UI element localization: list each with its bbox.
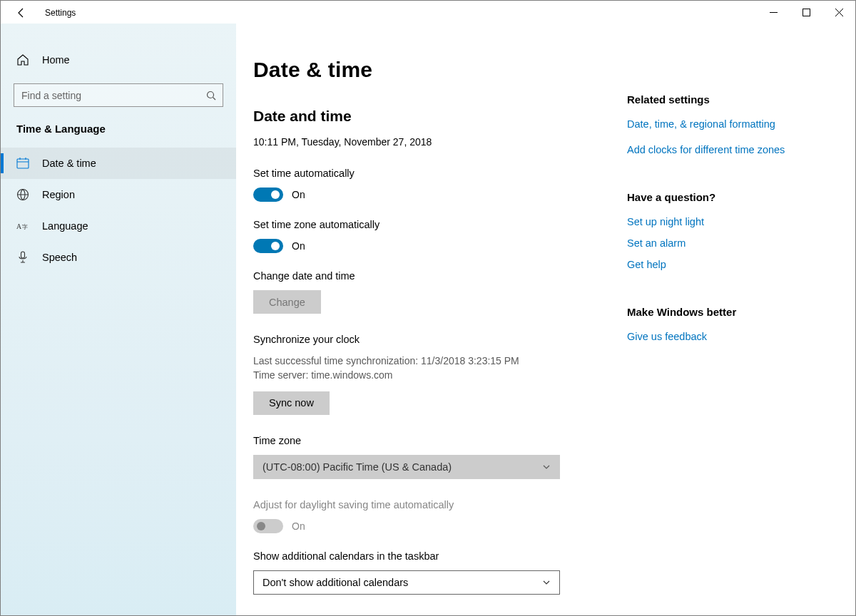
search-icon bbox=[206, 91, 216, 101]
minimize-icon bbox=[770, 9, 778, 16]
sync-last: Last successful time synchronization: 11… bbox=[253, 354, 616, 368]
category-title: Time & Language bbox=[1, 123, 236, 148]
toggle-knob bbox=[271, 190, 280, 199]
settings-window: Settings Home bbox=[0, 0, 856, 616]
main-panel: Date & time Date and time 10:11 PM, Tues… bbox=[236, 24, 855, 615]
sidebar-item-region[interactable]: Region bbox=[1, 179, 236, 210]
related-settings-title: Related settings bbox=[627, 93, 827, 106]
arrow-left-icon bbox=[16, 7, 27, 19]
set-time-auto-row: On bbox=[253, 188, 616, 202]
dst-value: On bbox=[292, 520, 305, 532]
home-button[interactable]: Home bbox=[1, 46, 236, 73]
sync-server: Time server: time.windows.com bbox=[253, 368, 616, 382]
page-title: Date & time bbox=[253, 58, 616, 82]
toggle-knob bbox=[257, 522, 265, 530]
close-button[interactable] bbox=[822, 1, 855, 24]
minimize-button[interactable] bbox=[757, 1, 790, 24]
additional-calendars-dropdown[interactable]: Don't show additional calendars bbox=[253, 570, 560, 595]
back-button[interactable] bbox=[15, 6, 28, 19]
maximize-icon bbox=[802, 9, 810, 16]
sync-now-button[interactable]: Sync now bbox=[253, 391, 330, 415]
addcal-label: Show additional calendars in the taskbar bbox=[253, 550, 616, 562]
chevron-down-icon bbox=[542, 463, 551, 471]
change-dt-label: Change date and time bbox=[253, 270, 616, 282]
link-date-time-regional[interactable]: Date, time, & regional formatting bbox=[627, 118, 827, 130]
feedback-block: Make Windows better Give us feedback bbox=[627, 306, 827, 342]
timezone-value: (UTC-08:00) Pacific Time (US & Canada) bbox=[263, 461, 452, 473]
feedback-title: Make Windows better bbox=[627, 306, 827, 318]
sidebar-item-label: Region bbox=[42, 189, 75, 200]
timezone-dropdown: (UTC-08:00) Pacific Time (US & Canada) bbox=[253, 455, 560, 479]
link-give-feedback[interactable]: Give us feedback bbox=[627, 331, 827, 342]
sync-title: Synchronize your clock bbox=[253, 334, 616, 345]
titlebar-left: Settings bbox=[15, 6, 76, 19]
dst-row: On bbox=[253, 519, 616, 533]
close-icon bbox=[835, 9, 843, 16]
language-icon: A字 bbox=[16, 220, 29, 232]
dst-label: Adjust for daylight saving time automati… bbox=[253, 499, 616, 510]
svg-text:字: 字 bbox=[22, 225, 28, 231]
content-area: Home Time & Language Date & time Regi bbox=[1, 24, 855, 615]
set-tz-auto-label: Set time zone automatically bbox=[253, 219, 616, 230]
side-column: Related settings Date, time, & regional … bbox=[627, 58, 827, 587]
sidebar-item-label: Date & time bbox=[42, 158, 96, 169]
globe-icon bbox=[16, 188, 29, 201]
tz-label: Time zone bbox=[253, 435, 616, 446]
sidebar-item-language[interactable]: A字 Language bbox=[1, 210, 236, 242]
set-time-auto-value: On bbox=[292, 189, 305, 200]
additional-calendars-value: Don't show additional calendars bbox=[263, 577, 408, 588]
titlebar bbox=[1, 1, 855, 24]
search-input[interactable] bbox=[14, 83, 223, 107]
svg-rect-6 bbox=[21, 252, 25, 258]
search-container bbox=[14, 83, 223, 107]
window-title: Settings bbox=[45, 8, 76, 18]
set-tz-auto-value: On bbox=[292, 240, 305, 252]
current-datetime: 10:11 PM, Tuesday, November 27, 2018 bbox=[253, 136, 616, 148]
main-column: Date & time Date and time 10:11 PM, Tues… bbox=[253, 58, 616, 587]
svg-point-1 bbox=[208, 91, 214, 98]
help-title: Have a question? bbox=[627, 191, 827, 203]
set-tz-auto-toggle[interactable] bbox=[253, 239, 283, 253]
home-icon bbox=[16, 53, 29, 66]
section-title: Date and time bbox=[253, 108, 616, 125]
set-tz-auto-row: On bbox=[253, 239, 616, 253]
link-set-alarm[interactable]: Set an alarm bbox=[627, 237, 827, 249]
link-night-light[interactable]: Set up night light bbox=[627, 216, 827, 227]
sidebar: Home Time & Language Date & time Regi bbox=[1, 24, 236, 615]
link-add-clocks[interactable]: Add clocks for different time zones bbox=[627, 144, 827, 155]
svg-rect-2 bbox=[17, 159, 29, 168]
related-settings-block: Related settings Date, time, & regional … bbox=[627, 93, 827, 155]
help-block: Have a question? Set up night light Set … bbox=[627, 191, 827, 270]
dst-toggle bbox=[253, 519, 283, 533]
mic-icon bbox=[16, 251, 29, 264]
chevron-down-icon bbox=[542, 578, 551, 587]
sidebar-item-label: Language bbox=[42, 220, 88, 232]
link-get-help[interactable]: Get help bbox=[627, 259, 827, 270]
sidebar-item-label: Speech bbox=[42, 252, 77, 263]
window-controls bbox=[757, 1, 855, 24]
maximize-button[interactable] bbox=[790, 1, 822, 24]
clock-icon bbox=[16, 157, 29, 170]
svg-text:A: A bbox=[16, 222, 22, 230]
sidebar-item-date-time[interactable]: Date & time bbox=[1, 148, 236, 179]
svg-rect-0 bbox=[802, 9, 810, 16]
toggle-knob bbox=[271, 242, 280, 250]
set-time-auto-label: Set time automatically bbox=[253, 168, 616, 179]
change-button: Change bbox=[253, 290, 321, 314]
sidebar-item-speech[interactable]: Speech bbox=[1, 242, 236, 273]
home-label: Home bbox=[42, 54, 70, 66]
set-time-auto-toggle[interactable] bbox=[253, 188, 283, 202]
